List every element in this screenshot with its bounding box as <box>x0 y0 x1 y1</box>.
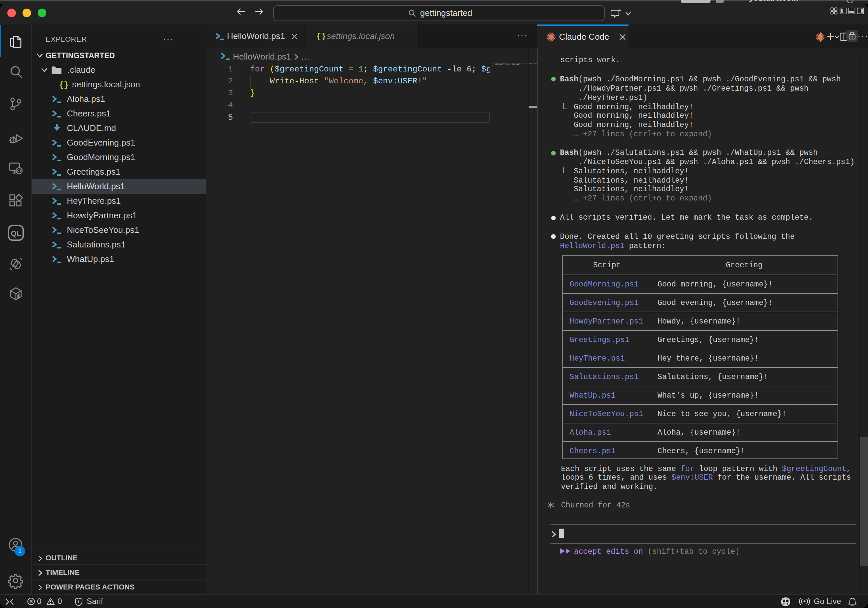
svg-text:{}: {} <box>59 81 69 89</box>
svg-text:{}: {} <box>316 32 326 40</box>
svg-text:QL: QL <box>11 229 21 237</box>
